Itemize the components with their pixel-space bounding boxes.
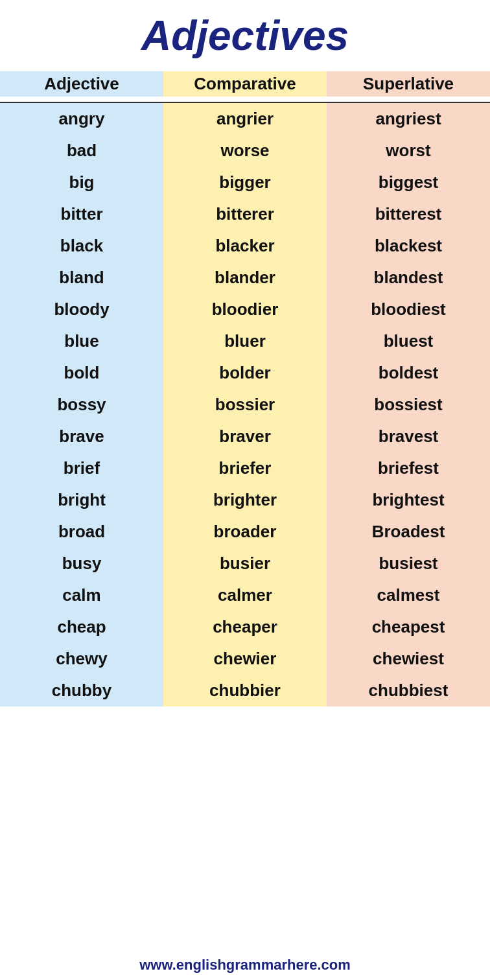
table-row: bloodybloodierbloodiest [0,294,490,325]
cell-11-2: briefest [327,452,490,484]
cell-10-0: brave [0,421,163,452]
cell-14-2: busiest [327,548,490,579]
cell-10-1: braver [163,421,327,452]
footer-url: www.englishgrammarhere.com [0,948,490,980]
table-row: bigbiggerbiggest [0,167,490,198]
cell-17-0: chewy [0,643,163,675]
header-comparative: Comparative [163,71,327,97]
cell-9-0: bossy [0,389,163,421]
cell-18-1: chubbier [163,675,327,706]
cell-15-0: calm [0,579,163,611]
cell-11-0: brief [0,452,163,484]
page-title: Adjectives [0,0,490,66]
cell-15-1: calmer [163,579,327,611]
table-row: briefbrieferbriefest [0,452,490,484]
cell-16-0: cheap [0,611,163,643]
cell-3-1: bitterer [163,198,327,230]
cell-14-1: busier [163,548,327,579]
cell-17-2: chewiest [327,643,490,675]
table-row: chubbychubbierchubbiest [0,675,490,706]
table-row: broadbroaderBroadest [0,516,490,548]
table-row: bluebluerbluest [0,325,490,357]
cell-2-0: big [0,167,163,198]
table-row: blackblackerblackest [0,230,490,262]
cell-13-0: broad [0,516,163,548]
cell-9-1: bossier [163,389,327,421]
table-row: calmcalmercalmest [0,579,490,611]
cell-3-0: bitter [0,198,163,230]
table-row: chewychewierchewiest [0,643,490,675]
table-row: cheapcheapercheapest [0,611,490,643]
table-row: angryangrierangriest [0,103,490,135]
cell-17-1: chewier [163,643,327,675]
cell-4-1: blacker [163,230,327,262]
cell-6-1: bloodier [163,294,327,325]
table-row: brightbrighterbrightest [0,484,490,516]
cell-0-2: angriest [327,103,490,135]
cell-8-1: bolder [163,357,327,389]
cell-8-2: boldest [327,357,490,389]
table-row: badworseworst [0,135,490,167]
cell-4-2: blackest [327,230,490,262]
cell-7-0: blue [0,325,163,357]
cell-12-2: brightest [327,484,490,516]
table-header: Adjective Comparative Superlative [0,66,490,103]
cell-13-1: broader [163,516,327,548]
cell-6-0: bloody [0,294,163,325]
cell-14-0: busy [0,548,163,579]
cell-12-1: brighter [163,484,327,516]
cell-18-0: chubby [0,675,163,706]
table-row: bitterbittererbitterest [0,198,490,230]
cell-1-0: bad [0,135,163,167]
cell-1-1: worse [163,135,327,167]
cell-5-0: bland [0,262,163,294]
cell-9-2: bossiest [327,389,490,421]
header-superlative: Superlative [327,71,490,97]
table-row: busybusierbusiest [0,548,490,579]
adjectives-table: Adjective Comparative Superlative angrya… [0,66,490,948]
table-row: blandblanderblandest [0,262,490,294]
cell-0-0: angry [0,103,163,135]
cell-13-2: Broadest [327,516,490,548]
cell-12-0: bright [0,484,163,516]
cell-7-1: bluer [163,325,327,357]
cell-18-2: chubbiest [327,675,490,706]
cell-15-2: calmest [327,579,490,611]
cell-3-2: bitterest [327,198,490,230]
cell-0-1: angrier [163,103,327,135]
table-row: bravebraverbravest [0,421,490,452]
cell-5-1: blander [163,262,327,294]
cell-16-1: cheaper [163,611,327,643]
cell-2-1: bigger [163,167,327,198]
cell-6-2: bloodiest [327,294,490,325]
cell-4-0: black [0,230,163,262]
cell-5-2: blandest [327,262,490,294]
cell-11-1: briefer [163,452,327,484]
cell-8-0: bold [0,357,163,389]
header-adjective: Adjective [0,71,163,97]
cell-1-2: worst [327,135,490,167]
cell-10-2: bravest [327,421,490,452]
table-row: boldbolderboldest [0,357,490,389]
cell-2-2: biggest [327,167,490,198]
table-row: bossybossierbossiest [0,389,490,421]
table-body: angryangrierangriestbadworseworstbigbigg… [0,103,490,706]
cell-16-2: cheapest [327,611,490,643]
cell-7-2: bluest [327,325,490,357]
